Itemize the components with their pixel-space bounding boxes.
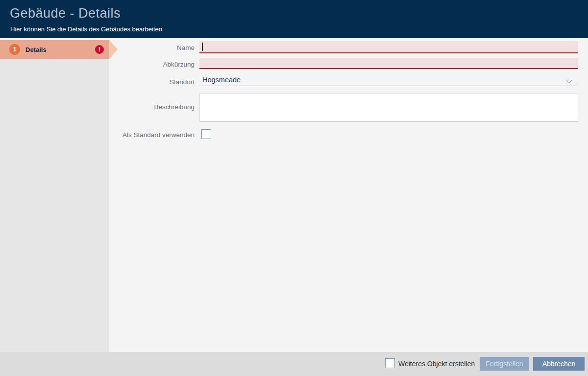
location-select[interactable]: Hogsmeade xyxy=(199,74,578,86)
wizard-step-details[interactable]: 1 Details ! xyxy=(0,40,109,59)
name-input[interactable] xyxy=(199,41,578,53)
location-field-label: Standort xyxy=(170,78,195,86)
use-as-default-checkbox[interactable] xyxy=(201,129,211,139)
create-another-checkbox[interactable] xyxy=(385,358,395,368)
description-field-label: Beschreibung xyxy=(154,103,195,111)
abbreviation-input[interactable] xyxy=(199,58,578,69)
step-tab-arrow-icon xyxy=(109,40,118,59)
wizard-sidebar xyxy=(0,59,109,352)
create-another-label: Weiteres Objekt erstellen xyxy=(398,360,475,368)
name-field-label: Name xyxy=(177,44,195,51)
location-selected-value: Hogsmeade xyxy=(202,76,241,84)
finish-button[interactable]: Fertigstellen xyxy=(480,357,529,371)
description-textarea[interactable] xyxy=(199,94,578,121)
dialog-header: Gebäude - Details Hier können Sie die De… xyxy=(0,0,588,38)
step-label: Details xyxy=(25,46,47,53)
cancel-button[interactable]: Abbrechen xyxy=(533,357,585,371)
text-caret xyxy=(202,43,203,51)
step-number-badge: 1 xyxy=(9,44,20,55)
use-as-default-label: Als Standard verwenden xyxy=(122,131,195,139)
footer-bar: Weiteres Objekt erstellen Fertigstellen … xyxy=(0,352,588,376)
page-subtitle: Hier können Sie die Details des Gebäudes… xyxy=(10,25,162,33)
abbreviation-field-label: Abkürzung xyxy=(163,61,195,68)
page-title: Gebäude - Details xyxy=(10,6,121,21)
chevron-down-icon xyxy=(566,77,572,83)
validation-error-icon: ! xyxy=(95,45,104,54)
